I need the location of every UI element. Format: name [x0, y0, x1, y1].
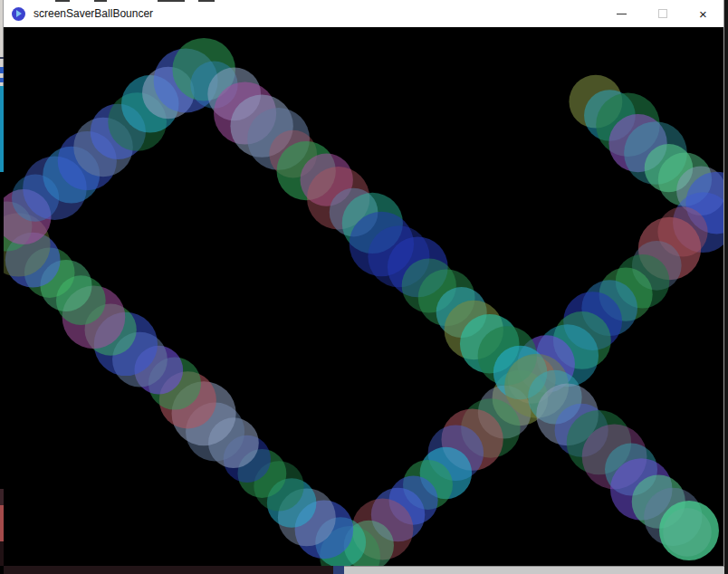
- play-icon: [16, 10, 22, 17]
- app-icon: [12, 7, 25, 21]
- ball-canvas[interactable]: [4, 27, 723, 566]
- background-bottom-blue-square: [333, 566, 344, 574]
- background-bottom-gray-bar: [344, 566, 724, 574]
- screen: screenSaverBallBouncer ×: [0, 0, 728, 574]
- minimize-button[interactable]: [601, 0, 642, 27]
- close-button[interactable]: ×: [683, 0, 723, 27]
- app-window: screenSaverBallBouncer ×: [4, 0, 724, 566]
- top-edge-artifact: [198, 0, 215, 2]
- background-bottom-strip: [4, 566, 724, 574]
- maximize-icon: [658, 9, 667, 18]
- screensaver-area: [4, 27, 723, 566]
- top-edge-artifact: [158, 0, 185, 2]
- window-title: screenSaverBallBouncer: [34, 7, 153, 20]
- background-right-sliver: [724, 0, 728, 574]
- top-edge-artifact: [94, 0, 107, 2]
- maximize-button[interactable]: [642, 0, 683, 27]
- titlebar[interactable]: screenSaverBallBouncer ×: [4, 0, 723, 27]
- top-edge-artifact: [55, 0, 70, 2]
- window-controls: ×: [601, 0, 723, 27]
- minimize-icon: [617, 14, 627, 14]
